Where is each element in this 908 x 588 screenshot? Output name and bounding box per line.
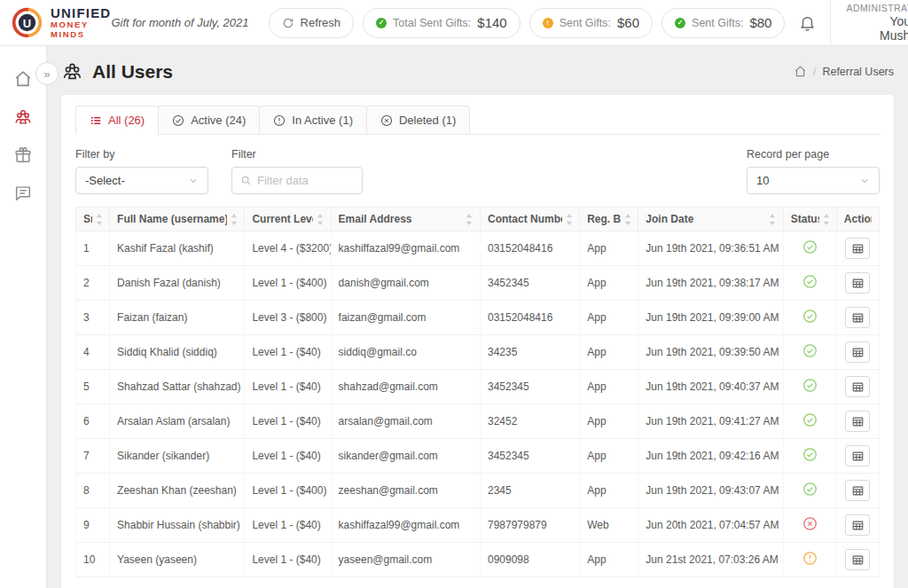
column-header-sr[interactable]: Sr — [76, 208, 110, 231]
stat-value: $80 — [749, 15, 771, 30]
sidebar-collapse-toggle[interactable]: » — [35, 62, 59, 85]
row-action-button[interactable] — [845, 445, 870, 466]
status-inactive-icon[interactable] — [802, 551, 818, 566]
main-content: » All Users / Referral Users — [47, 46, 908, 588]
row-action-button[interactable] — [845, 549, 870, 570]
cell-contact: 3452345 — [480, 370, 579, 404]
column-label: Join Date — [646, 213, 693, 225]
table-grid-icon — [851, 415, 865, 428]
row-action-button[interactable] — [845, 307, 870, 328]
sidebar-item-home[interactable] — [13, 69, 33, 89]
sort-icon — [317, 214, 323, 225]
column-header-reg_by[interactable]: Reg. By — [580, 208, 638, 231]
exclamation-icon: ! — [543, 18, 553, 28]
column-header-join_date[interactable]: Join Date — [638, 208, 783, 231]
stat-total-sent-gifts: ✓ Total Sent Gifts: $140 — [363, 8, 521, 38]
stat-label: Sent Gifts: — [560, 17, 611, 29]
cell-action — [836, 508, 879, 543]
sort-icon — [231, 214, 238, 225]
cell-contact: 3452345 — [480, 439, 579, 474]
cell-status — [783, 543, 836, 577]
cell-status — [783, 370, 836, 404]
row-action-button[interactable] — [845, 238, 870, 259]
users-table-head-row: SrFull Name (username)Current LevelEmail… — [76, 208, 880, 231]
tab-active[interactable]: Active (24) — [158, 106, 260, 135]
tab-all[interactable]: All (26) — [75, 106, 159, 135]
record-per-page-select[interactable]: 10 — [747, 167, 880, 194]
stat-value: $60 — [617, 15, 639, 30]
status-active-icon[interactable] — [802, 274, 818, 289]
sidebar-item-referral-users[interactable] — [13, 107, 33, 127]
cell-join_date: Jun 19th 2021, 09:40:37 AM — [638, 370, 783, 404]
status-active-icon[interactable] — [802, 378, 818, 393]
column-header-email[interactable]: Email Address — [331, 208, 480, 231]
refresh-button[interactable]: Refresh — [269, 8, 355, 38]
column-header-contact[interactable]: Contact Number — [480, 208, 579, 231]
chevron-down-icon — [188, 176, 199, 186]
table-row: 4Siddiq Khalid (siddiq)Level 1 - ($40)si… — [76, 335, 880, 370]
record-per-page-value: 10 — [756, 174, 769, 187]
notifications-section — [785, 0, 830, 45]
cell-reg_by: App — [580, 231, 638, 266]
sort-icon — [624, 214, 630, 225]
row-action-button[interactable] — [845, 341, 870, 363]
sidebar-item-gifts[interactable] — [13, 145, 33, 165]
table-grid-icon — [851, 380, 865, 394]
row-action-button[interactable] — [845, 514, 870, 536]
cell-contact: 34235 — [480, 335, 579, 370]
row-action-button[interactable] — [845, 411, 870, 432]
cell-full_name: Yaseen (yaseen) — [110, 543, 245, 577]
cell-sr: 9 — [76, 508, 110, 543]
user-menu[interactable]: ADMINISTRATOR Yousuf Mushtaq ▾ — [830, 0, 908, 45]
row-action-button[interactable] — [845, 272, 870, 294]
table-row: 9Shabbir Hussain (shabbir)Level 1 - ($40… — [76, 508, 880, 543]
cell-action — [836, 404, 879, 439]
status-active-icon[interactable] — [802, 447, 818, 462]
brand-logo[interactable]: U UNIFIED MONEY MINDS — [0, 0, 111, 45]
status-active-icon[interactable] — [802, 309, 818, 324]
column-header-full_name[interactable]: Full Name (username) — [110, 208, 245, 231]
cell-full_name: Danish Fazal (danish) — [110, 266, 245, 301]
column-header-status[interactable]: Status — [783, 208, 836, 231]
cell-action — [836, 231, 879, 266]
stat-label: Sent Gifts: — [692, 17, 743, 29]
tab-label: Deleted (1) — [399, 114, 456, 127]
cell-contact: 03152048416 — [480, 301, 579, 335]
tab-inactive[interactable]: In Active (1) — [259, 106, 367, 135]
status-active-icon[interactable] — [802, 343, 818, 358]
list-icon — [90, 114, 102, 127]
status-deleted-icon[interactable] — [802, 516, 818, 531]
status-active-icon[interactable] — [802, 412, 818, 427]
record-per-page-label: Record per page — [747, 148, 880, 161]
brand-logo-icon: U — [11, 6, 43, 39]
cell-action — [836, 543, 879, 577]
bell-icon[interactable] — [798, 13, 817, 32]
cell-sr: 5 — [76, 370, 110, 404]
cell-status — [783, 439, 836, 474]
table-row: 3Faizan (faizan)Level 3 - ($800)faizan@g… — [76, 301, 880, 335]
status-active-icon[interactable] — [802, 482, 818, 497]
tab-deleted[interactable]: Deleted (1) — [366, 106, 470, 135]
sort-icon — [566, 214, 572, 225]
sidebar-item-messages[interactable] — [13, 184, 33, 203]
status-active-icon[interactable] — [802, 239, 818, 255]
table-grid-icon — [851, 242, 865, 255]
cell-join_date: Jun 19th 2021, 09:36:51 AM — [638, 231, 783, 266]
sort-icon — [466, 214, 473, 225]
row-action-button[interactable] — [845, 376, 870, 397]
sidebar — [0, 46, 47, 588]
filter-by-select[interactable]: -Select- — [75, 167, 208, 194]
table-grid-icon — [851, 277, 865, 290]
column-header-current_level[interactable]: Current Level — [245, 208, 331, 231]
filter-data-input[interactable] — [257, 174, 354, 187]
column-label: Email Address — [339, 213, 412, 225]
cell-action — [836, 266, 879, 301]
home-icon[interactable] — [794, 65, 807, 78]
cell-join_date: Jun 19th 2021, 09:42:16 AM — [638, 439, 783, 474]
tab-bar: All (26) Active (24) In Active (1) — [75, 106, 880, 135]
cell-join_date: Jun 19th 2021, 09:41:27 AM — [638, 404, 783, 439]
table-grid-icon — [851, 450, 865, 463]
row-action-button[interactable] — [845, 480, 870, 501]
cell-full_name: Sikander (sikander) — [110, 439, 245, 474]
cell-action — [836, 301, 879, 335]
